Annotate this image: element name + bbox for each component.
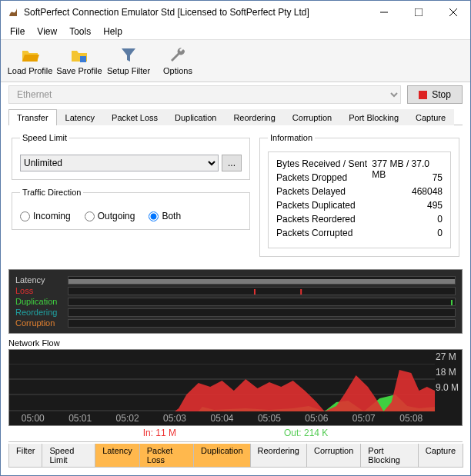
- svg-rect-7: [254, 289, 256, 295]
- flow-x-axis: 05:0005:0105:0205:0305:0405:0505:0605:07…: [9, 413, 435, 424]
- profile-row: Ethernet Stop: [1, 82, 470, 107]
- traffic-direction-group: Traffic Direction Incoming Outgoing Both: [12, 188, 250, 230]
- tab-port-blocking[interactable]: Port Blocking: [340, 109, 407, 125]
- tab-transfer[interactable]: Transfer: [8, 109, 57, 125]
- btab-corruption[interactable]: Corruption: [306, 444, 361, 468]
- btab-port-blocking[interactable]: Port Blocking: [360, 444, 419, 468]
- adapter-select[interactable]: Ethernet: [8, 85, 401, 104]
- window-title: SoftPerfect Connection Emulator Std [Lic…: [24, 7, 366, 18]
- flow-y-axis: 27 M18 M9.0 M: [436, 351, 460, 398]
- save-profile-button[interactable]: Save Profile: [56, 43, 102, 79]
- info-row: Packets Corrupted0: [276, 228, 443, 241]
- btab-reordering[interactable]: Reordering: [250, 444, 307, 468]
- speed-limit-group: Speed Limit Unlimited ...: [12, 133, 250, 180]
- speed-limit-select[interactable]: Unlimited: [20, 155, 219, 171]
- titlebar: SoftPerfect Connection Emulator Std [Lic…: [1, 1, 470, 24]
- info-row: Packets Reordered0: [276, 214, 443, 228]
- btab-duplication[interactable]: Duplication: [193, 444, 250, 468]
- sim-track-duplication: [68, 298, 456, 306]
- funnel-icon: [119, 46, 138, 65]
- tab-capture[interactable]: Capture: [407, 109, 454, 125]
- radio-outgoing[interactable]: Outgoing: [85, 211, 135, 221]
- radio-both[interactable]: Both: [149, 211, 181, 221]
- svg-rect-1: [415, 8, 423, 16]
- folder-save-icon: [70, 46, 89, 65]
- load-profile-button[interactable]: Load Profile: [7, 43, 53, 79]
- sim-label-loss: Loss: [15, 286, 68, 295]
- menu-tools[interactable]: Tools: [63, 25, 97, 38]
- network-flow-graph: 27 M18 M9.0 M 05:0005:0105:0205:0305:040…: [8, 349, 463, 426]
- tab-latency[interactable]: Latency: [57, 109, 104, 125]
- svg-rect-4: [80, 56, 86, 62]
- flow-in-value: In: 11 M: [143, 428, 176, 438]
- network-flow-label: Network Flow: [8, 338, 463, 348]
- information-group: Information Bytes Received / Sent377 MB …: [259, 133, 459, 257]
- sim-track-loss: [68, 287, 456, 295]
- sim-label-duplication: Duplication: [15, 297, 68, 306]
- svg-rect-9: [451, 300, 453, 306]
- speed-limit-more-button[interactable]: ...: [222, 155, 242, 171]
- tab-packet-loss[interactable]: Packet Loss: [103, 109, 166, 125]
- minimize-button[interactable]: [366, 1, 401, 24]
- svg-rect-6: [68, 279, 455, 285]
- tab-duplication[interactable]: Duplication: [166, 109, 225, 125]
- btab-speed-limit[interactable]: Speed Limit: [42, 444, 95, 468]
- sim-label-corruption: Corruption: [15, 318, 68, 328]
- menu-view[interactable]: View: [31, 25, 63, 38]
- maximize-button[interactable]: [401, 1, 436, 24]
- info-row: Packets Duplicated495: [276, 200, 443, 214]
- stop-button[interactable]: Stop: [407, 85, 463, 104]
- setup-filter-button[interactable]: Setup Filter: [105, 43, 152, 79]
- btab-capture[interactable]: Capture: [418, 444, 463, 468]
- info-row: Packets Dropped75: [276, 172, 443, 186]
- info-row: Packets Delayed468048: [276, 186, 443, 200]
- sim-label-latency: Latency: [15, 275, 68, 285]
- btab-packet-loss[interactable]: Packet Loss: [139, 444, 194, 468]
- btab-latency[interactable]: Latency: [95, 444, 140, 468]
- close-button[interactable]: [436, 1, 470, 24]
- sim-label-reordering: Reordering: [15, 308, 68, 317]
- bottom-tabs: Filter Speed Limit Latency Packet Loss D…: [8, 441, 463, 468]
- menu-help[interactable]: Help: [97, 25, 129, 38]
- sim-track-corruption: [68, 319, 456, 328]
- menubar: File View Tools Help: [1, 24, 470, 40]
- options-button[interactable]: Options: [155, 43, 201, 79]
- sim-track-reordering: [68, 308, 456, 317]
- sim-track-latency: [68, 276, 456, 285]
- tab-reordering[interactable]: Reordering: [225, 109, 283, 125]
- main-tabs: Transfer Latency Packet Loss Duplication…: [8, 108, 463, 125]
- svg-rect-8: [300, 289, 302, 295]
- info-row: Bytes Received / Sent377 MB / 37.0 MB: [276, 158, 443, 172]
- simulation-graph: Latency Loss Duplication Reordering Corr…: [8, 269, 463, 334]
- toolbar: Load Profile Save Profile Setup Filter O…: [1, 40, 470, 82]
- tab-corruption[interactable]: Corruption: [284, 109, 340, 125]
- wrench-icon: [169, 46, 187, 65]
- menu-file[interactable]: File: [4, 25, 31, 38]
- flow-out-value: Out: 214 K: [284, 428, 328, 438]
- app-icon: [7, 6, 19, 18]
- stop-icon: [419, 91, 427, 99]
- tab-content-transfer: Speed Limit Unlimited ... Traffic Direct…: [1, 125, 470, 265]
- btab-filter[interactable]: Filter: [8, 444, 42, 468]
- flow-stats: In: 11 M Out: 214 K: [8, 428, 463, 438]
- radio-incoming[interactable]: Incoming: [20, 211, 71, 221]
- folder-open-icon: [21, 46, 39, 65]
